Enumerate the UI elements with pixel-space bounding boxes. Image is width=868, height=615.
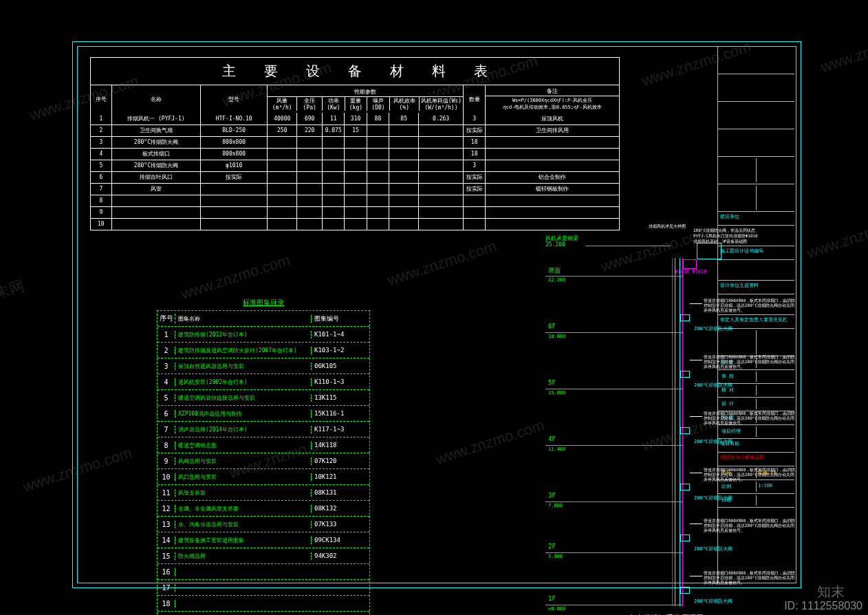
rth: 图集编号 <box>312 314 369 323</box>
thu: (%) <box>390 105 419 111</box>
floor-note: 管道井排烟口800X800，板式常闭排烟口，由消防控制室开启排烟，温达280°C… <box>704 411 796 426</box>
cell <box>297 218 323 230</box>
cell <box>323 183 345 195</box>
cell: 风管 <box>111 183 200 195</box>
cell: 08K132 <box>312 505 369 512</box>
floor-line <box>545 605 683 605</box>
tb-blank <box>718 184 794 212</box>
th-qty: 数量 <box>463 85 485 113</box>
th: 风机单耗值(Ws) <box>420 97 463 105</box>
cell: 通风机安装(2002年合订本) <box>175 378 312 386</box>
equipment-table-grid: 序号 名称 型号 性能参数 风量(m³/h) 全压(Pa) 功率(Kw) 重量(… <box>91 85 619 113</box>
cell: K101-1~4 <box>312 331 369 338</box>
cell: 07K133 <box>312 521 369 528</box>
cell: 建筑防排烟及通风空调防火设计(2007年合订本) <box>175 347 312 354</box>
cell: K103-1~2 <box>312 347 369 354</box>
cell: 12 <box>158 505 175 512</box>
cell <box>419 171 464 183</box>
cell: φ1010 <box>201 160 268 171</box>
table-row: 3280°C排烟防火阀800x80018 <box>91 136 619 148</box>
table-row: 4板式排烟口800x80018 <box>91 148 619 160</box>
floor-line <box>545 332 683 333</box>
cell <box>389 125 419 136</box>
cell <box>345 183 367 195</box>
tb-blank <box>718 74 794 102</box>
table-row: 8 <box>91 195 619 206</box>
floor-label: 3F <box>548 492 556 499</box>
cell: BLD-250 <box>201 125 268 136</box>
cell <box>367 171 389 183</box>
cell <box>419 183 464 195</box>
th-name: 名称 <box>111 85 200 113</box>
cell: HTF-I-NO.10 <box>201 113 268 125</box>
rth: 图集名称 <box>175 315 312 323</box>
cell <box>389 183 419 195</box>
cell <box>345 160 367 171</box>
cell <box>268 206 297 218</box>
cell <box>419 195 464 206</box>
drawing-frame-inner: 建设单位 施工图设计证书编号 设计单位互提资料 审定人及审定负责人签署意见栏 审… <box>77 46 796 583</box>
cell: 4 <box>91 148 111 160</box>
roof-leader <box>585 246 671 246</box>
cell: 8 <box>158 442 175 449</box>
cell: 暖通空调动态图 <box>175 442 312 449</box>
cell <box>367 136 389 148</box>
cell: 2 <box>91 125 111 136</box>
cell: 800x800 <box>201 136 268 148</box>
cell: 07K120 <box>312 457 369 464</box>
cell <box>389 171 419 183</box>
cell <box>297 136 323 148</box>
cell <box>201 218 268 230</box>
cell: 6 <box>158 410 175 418</box>
table-row: 5280°C排烟防火阀φ10103 <box>91 160 619 171</box>
floor-line <box>545 389 683 389</box>
cell: 13K115 <box>312 394 369 401</box>
table-row: 10 <box>91 218 619 230</box>
floor-elevation: 3.900 <box>548 554 563 559</box>
cell: 10K121 <box>312 473 369 480</box>
cell: 4 <box>158 378 175 386</box>
cell <box>486 206 619 218</box>
cell: 250 <box>268 125 297 136</box>
list-item: 6XZP100消声器选用与制作15K116-1 <box>158 406 369 422</box>
cell: 9 <box>91 206 111 218</box>
floor-elevation: 7.800 <box>548 503 563 508</box>
floor-elevation: 18.600 <box>548 334 565 339</box>
cell: 水、汽集分器选用与安装 <box>175 521 312 528</box>
cell: 690 <box>297 113 323 125</box>
damper-note: 280°C排烟防火阀 <box>694 598 733 605</box>
cell <box>201 195 268 206</box>
cell: 280°C排烟防火阀 <box>111 136 200 148</box>
cell: 08K131 <box>312 489 369 496</box>
tb-blank <box>718 102 794 129</box>
list-item: 13水、汽集分器选用与安装07K133 <box>158 517 369 532</box>
cell <box>367 195 389 206</box>
cell <box>486 136 619 148</box>
table-row: 6排烟百叶风口按实际按实际铝合金制作 <box>91 171 619 183</box>
cell: 06K105 <box>312 363 369 369</box>
tb-blank <box>718 47 794 74</box>
cell: K117-1~3 <box>312 426 369 433</box>
cell <box>323 148 345 160</box>
tb-blank <box>718 157 794 184</box>
damper-symbol <box>680 535 690 541</box>
damper-note: 280°C排烟防火阀 <box>694 495 733 501</box>
damper-symbol <box>680 484 690 490</box>
thu: (kg) <box>345 105 367 111</box>
cell: 1 <box>91 113 111 125</box>
cell: 18 <box>463 136 485 148</box>
table-row: 2卫生间换气扇BLD-2502502200.07515按实际卫生间排风用 <box>91 125 619 136</box>
cell <box>345 206 367 218</box>
cell: 800x800 <box>201 148 268 160</box>
damper-note: 280°C排烟防火阀 <box>694 546 733 552</box>
floor-line <box>545 552 683 553</box>
cell <box>268 136 297 148</box>
cell <box>419 125 464 136</box>
list-item: 9风阀选用与安装07K120 <box>158 453 369 469</box>
cell <box>297 160 323 171</box>
cell: 280°C排烟防火阀 <box>111 160 200 171</box>
cell: 按实际 <box>463 183 485 195</box>
cell <box>201 206 268 218</box>
cell <box>463 195 485 206</box>
leader-line <box>690 473 702 473</box>
